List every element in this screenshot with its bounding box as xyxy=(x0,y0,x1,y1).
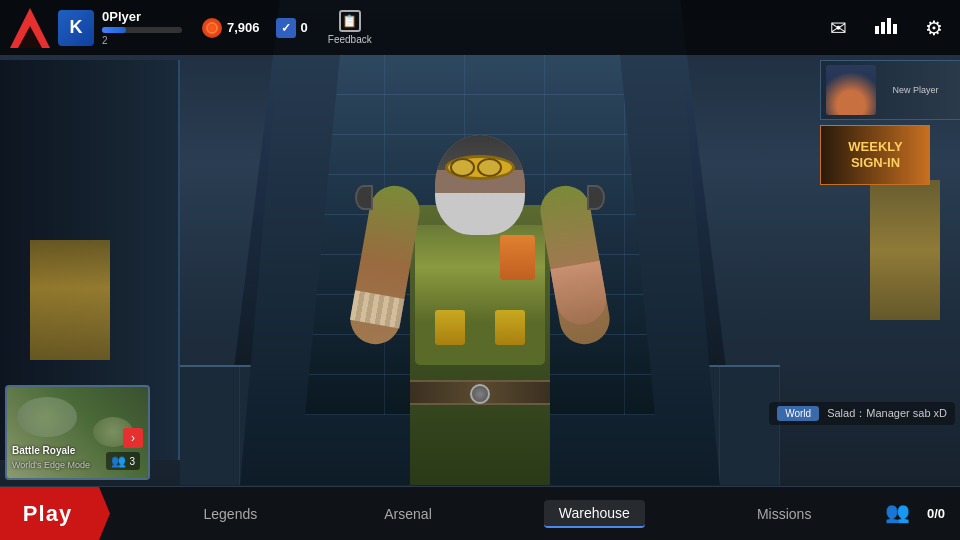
weekly-signin-banner[interactable]: WEEKLY SIGN-IN xyxy=(820,125,930,185)
goggle-right xyxy=(477,158,502,177)
player-level: 2 xyxy=(102,35,182,46)
char-head xyxy=(435,135,525,235)
chat-message: Salad：Manager sab xD xyxy=(827,406,947,421)
svg-point-0 xyxy=(207,23,217,33)
header-right-icons: ✉ ⚙ xyxy=(822,12,950,44)
avatar: K xyxy=(58,10,94,46)
svg-rect-2 xyxy=(881,22,885,34)
vest-pouch-left xyxy=(435,310,465,345)
weekly-text: WEEKLY SIGN-IN xyxy=(848,139,902,170)
map-players: 👥 3 xyxy=(106,452,140,470)
settings-icon: ⚙ xyxy=(925,16,943,40)
tokens-display: 0 xyxy=(276,18,308,38)
new-player-thumb xyxy=(826,65,876,115)
side-yellow-accent xyxy=(30,240,110,360)
squad-icon xyxy=(885,500,917,528)
feedback-icon: 📋 xyxy=(339,10,361,32)
player-name: 0Plyer xyxy=(102,9,182,24)
vest-pouch-right xyxy=(495,310,525,345)
char-vest xyxy=(415,225,545,365)
tokens-icon xyxy=(276,18,296,38)
game-logo xyxy=(10,8,50,48)
char-belt-buckle xyxy=(470,384,490,404)
headphone-left xyxy=(355,185,373,210)
header-bar: K 0Plyer 2 7,906 0 📋 Feedback ✉ xyxy=(0,0,960,55)
character-container xyxy=(320,65,640,485)
nav-arsenal[interactable]: Arsenal xyxy=(369,501,446,527)
currency-row: 7,906 0 xyxy=(202,18,308,38)
svg-rect-4 xyxy=(893,24,897,34)
coins-icon xyxy=(202,18,222,38)
bottom-right-area: 0/0 xyxy=(885,500,960,528)
map-preview[interactable]: Battle Royale World's Edge Mode › 👥 3 xyxy=(5,385,150,480)
tokens-value: 0 xyxy=(301,20,308,35)
arm-skin-right xyxy=(550,261,610,329)
vest-orange-panel xyxy=(500,235,535,280)
players-icon: 👥 xyxy=(111,454,126,468)
mail-button[interactable]: ✉ xyxy=(822,12,854,44)
player-xp-bar xyxy=(102,27,182,33)
right-pillar xyxy=(870,180,940,320)
map-mode-label: Battle Royale xyxy=(12,445,75,456)
coins-value: 7,906 xyxy=(227,20,260,35)
char-mask xyxy=(435,175,525,235)
svg-rect-3 xyxy=(887,18,891,34)
world-button[interactable]: World xyxy=(777,406,819,421)
player-xp-fill xyxy=(102,27,126,33)
players-count: 3 xyxy=(129,456,135,467)
squad-count: 0/0 xyxy=(927,506,945,521)
feedback-button[interactable]: 📋 Feedback xyxy=(328,10,372,45)
promo-banners: New Player WEEKLY SIGN-IN xyxy=(820,60,960,185)
map-arrow[interactable]: › xyxy=(123,428,143,448)
map-edge-label: World's Edge Mode xyxy=(12,460,90,470)
world-chat-bar: World Salad：Manager sab xD xyxy=(769,402,955,425)
character xyxy=(350,85,610,485)
bottom-navigation-bar: Play Legends Arsenal Warehouse Missions … xyxy=(0,486,960,540)
map-image: Battle Royale World's Edge Mode › 👥 3 xyxy=(7,387,148,478)
new-player-label: New Player xyxy=(876,83,955,97)
nav-missions[interactable]: Missions xyxy=(742,501,826,527)
goggle-left xyxy=(450,158,475,177)
new-player-banner[interactable]: New Player xyxy=(820,60,960,120)
stats-icon xyxy=(875,16,897,39)
char-goggles xyxy=(445,155,515,180)
settings-button[interactable]: ⚙ xyxy=(918,12,950,44)
play-button[interactable]: Play xyxy=(0,487,110,540)
mail-icon: ✉ xyxy=(830,16,847,40)
headphone-right xyxy=(587,185,605,210)
terrain-1 xyxy=(17,397,77,437)
new-player-thumb-inner xyxy=(826,65,876,115)
player-info: 0Plyer 2 xyxy=(102,9,182,46)
feedback-label: Feedback xyxy=(328,34,372,45)
nav-warehouse[interactable]: Warehouse xyxy=(544,500,645,528)
arm-bandage-left xyxy=(350,290,404,328)
nav-legends[interactable]: Legends xyxy=(189,501,273,527)
coins-display: 7,906 xyxy=(202,18,260,38)
char-belt xyxy=(410,380,550,405)
nav-items: Legends Arsenal Warehouse Missions xyxy=(110,500,885,528)
stats-button[interactable] xyxy=(870,12,902,44)
svg-rect-1 xyxy=(875,26,879,34)
